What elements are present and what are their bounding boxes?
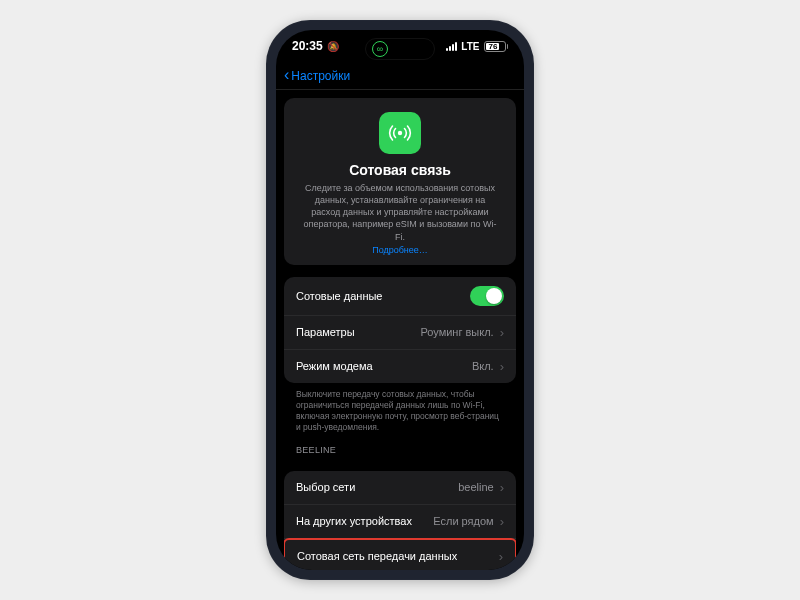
hero-title: Сотовая связь (296, 162, 504, 178)
status-time: 20:35 (292, 39, 323, 53)
cellular-data-toggle[interactable] (470, 286, 504, 306)
network-type-label: LTE (461, 41, 479, 52)
row-value: Вкл. (472, 360, 494, 372)
row-network-selection[interactable]: Выбор сети beeline › (284, 471, 516, 505)
row-value: Роуминг выкл. (420, 326, 493, 338)
row-label: На других устройствах (296, 515, 412, 527)
dynamic-island (365, 38, 435, 60)
activity-indicator-icon (372, 41, 388, 57)
row-cellular-options[interactable]: Параметры Роуминг выкл. › (284, 316, 516, 350)
settings-group-carrier: Выбор сети beeline › На других устройств… (284, 471, 516, 570)
row-label: Сотовая сеть передачи данных (297, 550, 457, 562)
chevron-right-icon: › (500, 514, 504, 529)
signal-bars-icon (446, 41, 457, 51)
cellular-icon (379, 112, 421, 154)
row-value: beeline (458, 481, 493, 493)
section-header-carrier: BEELINE (284, 433, 516, 459)
scroll-content[interactable]: Сотовая связь Следите за объемом использ… (276, 90, 524, 570)
chevron-right-icon: › (500, 325, 504, 340)
settings-group-main: Сотовые данные Параметры Роуминг выкл. ›… (284, 277, 516, 383)
row-value: Если рядом (433, 515, 493, 527)
row-label: Выбор сети (296, 481, 355, 493)
back-button[interactable]: ‹ Настройки (284, 68, 350, 83)
chevron-right-icon: › (499, 549, 503, 564)
group-footer-note: Выключите передачу сотовых данных, чтобы… (284, 383, 516, 433)
row-cellular-data-network[interactable]: Сотовая сеть передачи данных › (284, 538, 516, 570)
chevron-left-icon: ‹ (284, 67, 289, 83)
silent-mode-icon: 🔕 (327, 41, 339, 52)
hero-card: Сотовая связь Следите за объемом использ… (284, 98, 516, 265)
battery-icon: 76 (484, 41, 509, 52)
row-cellular-data[interactable]: Сотовые данные (284, 277, 516, 316)
phone-frame: 20:35 🔕 LTE 76 ‹ Н (266, 20, 534, 580)
chevron-right-icon: › (500, 480, 504, 495)
row-label: Сотовые данные (296, 290, 383, 302)
row-label: Режим модема (296, 360, 373, 372)
hero-learn-more-link[interactable]: Подробнее… (372, 245, 428, 255)
screen: 20:35 🔕 LTE 76 ‹ Н (276, 30, 524, 570)
row-label: Параметры (296, 326, 355, 338)
row-personal-hotspot[interactable]: Режим модема Вкл. › (284, 350, 516, 383)
svg-point-0 (398, 131, 402, 135)
hero-description: Следите за объемом использования сотовых… (296, 182, 504, 243)
back-label: Настройки (291, 69, 350, 83)
row-on-other-devices[interactable]: На других устройствах Если рядом › (284, 505, 516, 539)
chevron-right-icon: › (500, 359, 504, 374)
nav-bar: ‹ Настройки (276, 62, 524, 90)
